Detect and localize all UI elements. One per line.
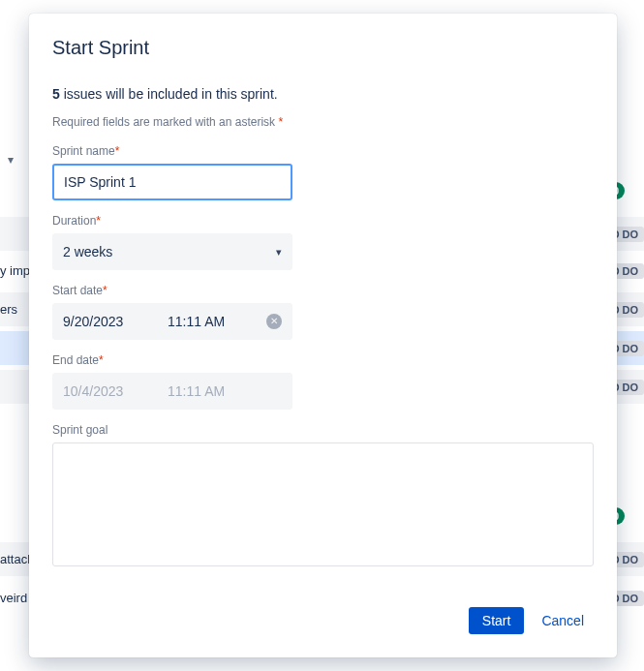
modal-title: Start Sprint bbox=[52, 37, 594, 59]
duration-value: 2 weeks bbox=[63, 244, 112, 259]
chevron-down-icon: ▾ bbox=[276, 246, 282, 259]
start-sprint-modal: Start Sprint 5 issues will be included i… bbox=[29, 14, 617, 657]
sprint-name-input[interactable] bbox=[52, 164, 292, 200]
duration-label: Duration* bbox=[52, 214, 594, 228]
modal-footer: Start Cancel bbox=[52, 607, 594, 634]
sprint-goal-label: Sprint goal bbox=[52, 423, 594, 437]
sprint-goal-textarea[interactable] bbox=[52, 442, 594, 566]
duration-select[interactable]: 2 weeks ▾ bbox=[52, 233, 292, 270]
issue-count-summary: 5 issues will be included in this sprint… bbox=[52, 86, 594, 102]
required-fields-note: Required fields are marked with an aster… bbox=[52, 115, 594, 129]
sprint-name-label: Sprint name* bbox=[52, 144, 594, 158]
start-date-value: 9/20/2023 bbox=[63, 314, 160, 329]
end-date-value: 10/4/2023 bbox=[63, 383, 160, 399]
row-text: y imp bbox=[0, 263, 30, 278]
end-time-value: 11:11 AM bbox=[168, 383, 282, 399]
start-date-label: Start date* bbox=[52, 284, 594, 297]
row-text: ers bbox=[0, 302, 17, 317]
end-date-input[interactable]: 10/4/2023 11:11 AM bbox=[52, 373, 292, 410]
chevron-down-icon[interactable]: ▾ bbox=[8, 153, 14, 167]
start-date-input[interactable]: 9/20/2023 11:11 AM ✕ bbox=[52, 303, 292, 340]
start-time-value: 11:11 AM bbox=[168, 314, 282, 329]
row-text: veird bbox=[0, 591, 27, 605]
cancel-button[interactable]: Cancel bbox=[532, 607, 594, 634]
start-button[interactable]: Start bbox=[469, 607, 525, 634]
clear-icon[interactable]: ✕ bbox=[266, 314, 282, 329]
end-date-label: End date* bbox=[52, 353, 594, 367]
